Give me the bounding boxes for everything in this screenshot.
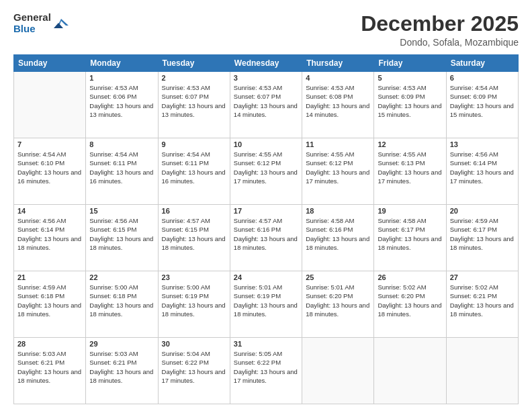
table-row [302, 338, 374, 404]
calendar-row: 7 Sunrise: 4:54 AMSunset: 6:10 PMDayligh… [14, 138, 519, 205]
day-detail: Sunrise: 5:00 AMSunset: 6:18 PMDaylight:… [89, 283, 153, 318]
table-row: 8 Sunrise: 4:54 AMSunset: 6:11 PMDayligh… [86, 138, 158, 205]
day-number: 4 [306, 74, 370, 82]
table-row: 1 Sunrise: 4:53 AMSunset: 6:06 PMDayligh… [86, 72, 158, 138]
calendar-row: 14 Sunrise: 4:56 AMSunset: 6:14 PMDaylig… [14, 205, 519, 271]
header-saturday: Saturday [446, 55, 518, 72]
weekday-header-row: Sunday Monday Tuesday Wednesday Thursday… [14, 55, 519, 72]
day-number: 2 [162, 74, 226, 82]
day-number: 15 [89, 207, 154, 215]
day-detail: Sunrise: 5:02 AMSunset: 6:21 PMDaylight:… [450, 283, 514, 318]
day-number: 23 [162, 273, 226, 281]
table-row: 12 Sunrise: 4:55 AMSunset: 6:13 PMDaylig… [374, 138, 446, 205]
table-row: 22 Sunrise: 5:00 AMSunset: 6:18 PMDaylig… [86, 271, 158, 338]
table-row: 31 Sunrise: 5:05 AMSunset: 6:22 PMDaylig… [230, 338, 302, 404]
table-row: 17 Sunrise: 4:57 AMSunset: 6:16 PMDaylig… [230, 205, 302, 271]
logo-general-text: General [13, 12, 51, 24]
day-number: 28 [17, 340, 82, 348]
day-detail: Sunrise: 4:53 AMSunset: 6:08 PMDaylight:… [306, 84, 369, 118]
table-row: 18 Sunrise: 4:58 AMSunset: 6:16 PMDaylig… [302, 205, 374, 271]
day-number: 22 [89, 273, 154, 281]
day-detail: Sunrise: 4:54 AMSunset: 6:11 PMDaylight:… [162, 150, 226, 185]
day-detail: Sunrise: 4:56 AMSunset: 6:15 PMDaylight:… [89, 217, 153, 251]
svg-marker-1 [54, 23, 63, 28]
day-detail: Sunrise: 5:01 AMSunset: 6:19 PMDaylight:… [234, 283, 298, 318]
table-row: 2 Sunrise: 4:53 AMSunset: 6:07 PMDayligh… [158, 72, 230, 138]
day-number: 14 [17, 207, 82, 215]
day-number: 31 [234, 340, 298, 348]
table-row: 15 Sunrise: 4:56 AMSunset: 6:15 PMDaylig… [86, 205, 158, 271]
day-number: 19 [378, 207, 442, 215]
logo-blue-text: Blue [13, 24, 51, 35]
day-number: 25 [306, 273, 370, 281]
day-number: 21 [17, 273, 82, 281]
day-detail: Sunrise: 5:03 AMSunset: 6:21 PMDaylight:… [89, 350, 153, 384]
day-detail: Sunrise: 4:59 AMSunset: 6:17 PMDaylight:… [450, 217, 514, 251]
day-number: 27 [450, 273, 515, 281]
table-row: 23 Sunrise: 5:00 AMSunset: 6:19 PMDaylig… [158, 271, 230, 338]
day-number: 6 [450, 74, 515, 82]
table-row: 11 Sunrise: 4:55 AMSunset: 6:12 PMDaylig… [302, 138, 374, 205]
logo-icon [54, 16, 69, 31]
table-row: 24 Sunrise: 5:01 AMSunset: 6:19 PMDaylig… [230, 271, 302, 338]
table-row: 6 Sunrise: 4:54 AMSunset: 6:09 PMDayligh… [446, 72, 518, 138]
day-detail: Sunrise: 4:55 AMSunset: 6:12 PMDaylight:… [234, 150, 298, 185]
day-number: 16 [162, 207, 226, 215]
table-row: 19 Sunrise: 4:58 AMSunset: 6:17 PMDaylig… [374, 205, 446, 271]
table-row: 4 Sunrise: 4:53 AMSunset: 6:08 PMDayligh… [302, 72, 374, 138]
day-number: 18 [306, 207, 370, 215]
day-number: 8 [89, 140, 154, 148]
header-thursday: Thursday [302, 55, 374, 72]
logo: General Blue [13, 12, 69, 34]
month-title: December 2025 [361, 12, 519, 36]
table-row: 27 Sunrise: 5:02 AMSunset: 6:21 PMDaylig… [446, 271, 518, 338]
day-number: 29 [89, 340, 154, 348]
day-detail: Sunrise: 4:53 AMSunset: 6:07 PMDaylight:… [162, 84, 226, 118]
header-sunday: Sunday [14, 55, 86, 72]
day-number: 9 [162, 140, 226, 148]
day-detail: Sunrise: 5:01 AMSunset: 6:20 PMDaylight:… [306, 283, 369, 318]
day-number: 10 [234, 140, 298, 148]
table-row: 25 Sunrise: 5:01 AMSunset: 6:20 PMDaylig… [302, 271, 374, 338]
day-detail: Sunrise: 4:58 AMSunset: 6:17 PMDaylight:… [378, 217, 441, 251]
day-detail: Sunrise: 5:00 AMSunset: 6:19 PMDaylight:… [162, 283, 226, 318]
table-row: 9 Sunrise: 4:54 AMSunset: 6:11 PMDayligh… [158, 138, 230, 205]
table-row: 10 Sunrise: 4:55 AMSunset: 6:12 PMDaylig… [230, 138, 302, 205]
day-detail: Sunrise: 5:04 AMSunset: 6:22 PMDaylight:… [162, 350, 226, 384]
day-detail: Sunrise: 4:59 AMSunset: 6:18 PMDaylight:… [17, 283, 81, 318]
table-row: 5 Sunrise: 4:53 AMSunset: 6:09 PMDayligh… [374, 72, 446, 138]
day-detail: Sunrise: 5:03 AMSunset: 6:21 PMDaylight:… [17, 350, 81, 384]
table-row: 30 Sunrise: 5:04 AMSunset: 6:22 PMDaylig… [158, 338, 230, 404]
header-tuesday: Tuesday [158, 55, 230, 72]
table-row: 16 Sunrise: 4:57 AMSunset: 6:15 PMDaylig… [158, 205, 230, 271]
day-detail: Sunrise: 5:05 AMSunset: 6:22 PMDaylight:… [234, 350, 298, 384]
day-detail: Sunrise: 4:53 AMSunset: 6:09 PMDaylight:… [378, 84, 441, 118]
calendar-row: 21 Sunrise: 4:59 AMSunset: 6:18 PMDaylig… [14, 271, 519, 338]
calendar-row: 1 Sunrise: 4:53 AMSunset: 6:06 PMDayligh… [14, 72, 519, 138]
day-number: 3 [234, 74, 298, 82]
table-row: 14 Sunrise: 4:56 AMSunset: 6:14 PMDaylig… [14, 205, 86, 271]
day-number: 5 [378, 74, 442, 82]
page: General Blue December 2025 Dondo, Sofala… [0, 0, 532, 411]
day-detail: Sunrise: 4:58 AMSunset: 6:16 PMDaylight:… [306, 217, 369, 251]
day-number: 1 [89, 74, 154, 82]
table-row [374, 338, 446, 404]
table-row: 7 Sunrise: 4:54 AMSunset: 6:10 PMDayligh… [14, 138, 86, 205]
table-row: 20 Sunrise: 4:59 AMSunset: 6:17 PMDaylig… [446, 205, 518, 271]
day-detail: Sunrise: 4:53 AMSunset: 6:06 PMDaylight:… [89, 84, 153, 118]
day-number: 30 [162, 340, 226, 348]
day-detail: Sunrise: 4:53 AMSunset: 6:07 PMDaylight:… [234, 84, 298, 118]
day-detail: Sunrise: 5:02 AMSunset: 6:20 PMDaylight:… [378, 283, 441, 318]
day-number: 26 [378, 273, 442, 281]
day-number: 11 [306, 140, 370, 148]
table-row: 26 Sunrise: 5:02 AMSunset: 6:20 PMDaylig… [374, 271, 446, 338]
title-block: December 2025 Dondo, Sofala, Mozambique [361, 12, 519, 48]
day-detail: Sunrise: 4:56 AMSunset: 6:14 PMDaylight:… [17, 217, 81, 251]
day-number: 12 [378, 140, 442, 148]
day-detail: Sunrise: 4:57 AMSunset: 6:15 PMDaylight:… [162, 217, 226, 251]
table-row [14, 72, 86, 138]
header-friday: Friday [374, 55, 446, 72]
table-row: 13 Sunrise: 4:56 AMSunset: 6:14 PMDaylig… [446, 138, 518, 205]
day-number: 13 [450, 140, 515, 148]
location-subtitle: Dondo, Sofala, Mozambique [361, 37, 519, 48]
